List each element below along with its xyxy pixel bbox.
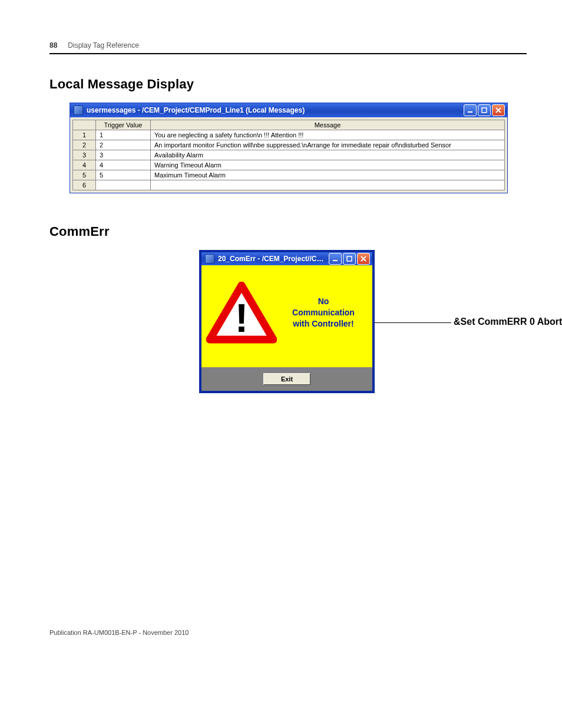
- maximize-icon[interactable]: [478, 104, 491, 116]
- svg-rect-1: [482, 108, 487, 113]
- svg-rect-0: [468, 111, 472, 113]
- table-row[interactable]: 5 5 Maximum Timeout Alarm: [73, 170, 505, 180]
- page-number: 88: [49, 41, 57, 50]
- maximize-icon[interactable]: [343, 253, 356, 265]
- section-heading-commerr: CommErr: [49, 224, 527, 239]
- commerr-body: ! No Communication with Controller!: [201, 265, 372, 367]
- publication-footer: Publication RA-UM001B-EN-P - November 20…: [49, 629, 527, 636]
- usermessages-title: usermessages - /CEM_Project/CEMProd_Line…: [87, 106, 460, 114]
- app-icon: [205, 254, 214, 263]
- commerr-message: No Communication with Controller!: [279, 296, 368, 330]
- close-icon[interactable]: [492, 104, 505, 116]
- table-row[interactable]: 3 3 Availability Alarm: [73, 150, 505, 160]
- col-message: Message: [151, 120, 505, 130]
- page-header: 88 Display Tag Reference: [49, 41, 527, 54]
- exit-button[interactable]: Exit: [263, 373, 310, 385]
- usermessages-titlebar[interactable]: usermessages - /CEM_Project/CEMProd_Line…: [70, 103, 507, 117]
- section-heading-local-message: Local Message Display: [49, 77, 527, 92]
- chapter-title: Display Tag Reference: [68, 41, 139, 50]
- svg-rect-3: [347, 256, 352, 261]
- warning-triangle-icon: !: [206, 282, 277, 344]
- app-icon: [74, 106, 83, 115]
- callout: &Set CommERR 0 Abort: [375, 317, 562, 327]
- table-row[interactable]: 1 1 You are neglecting a safety function…: [73, 130, 505, 140]
- callout-leader: [375, 322, 451, 323]
- commerr-title: 20_ComErr - /CEM_Project//C…: [218, 255, 325, 263]
- table-row[interactable]: 4 4 Warning Timeout Alarm: [73, 160, 505, 170]
- minimize-icon[interactable]: [329, 253, 342, 265]
- svg-rect-2: [333, 260, 338, 261]
- col-rownum: [73, 120, 96, 130]
- table-row[interactable]: 6: [73, 180, 505, 190]
- col-trigger: Trigger Value: [96, 120, 151, 130]
- close-icon[interactable]: [357, 253, 370, 265]
- commerr-titlebar[interactable]: 20_ComErr - /CEM_Project//C…: [201, 252, 372, 265]
- table-row[interactable]: 2 2 An important monitor Function will\n…: [73, 140, 505, 150]
- usermessages-window: usermessages - /CEM_Project/CEMProd_Line…: [70, 103, 508, 193]
- commerr-window: 20_ComErr - /CEM_Project//C…: [199, 250, 375, 393]
- messages-table[interactable]: Trigger Value Message 1 1 You are neglec…: [72, 120, 505, 190]
- svg-text:!: !: [235, 295, 249, 340]
- callout-text: &Set CommERR 0 Abort: [454, 317, 562, 327]
- commerr-footer: Exit: [201, 367, 372, 391]
- minimize-icon[interactable]: [464, 104, 477, 116]
